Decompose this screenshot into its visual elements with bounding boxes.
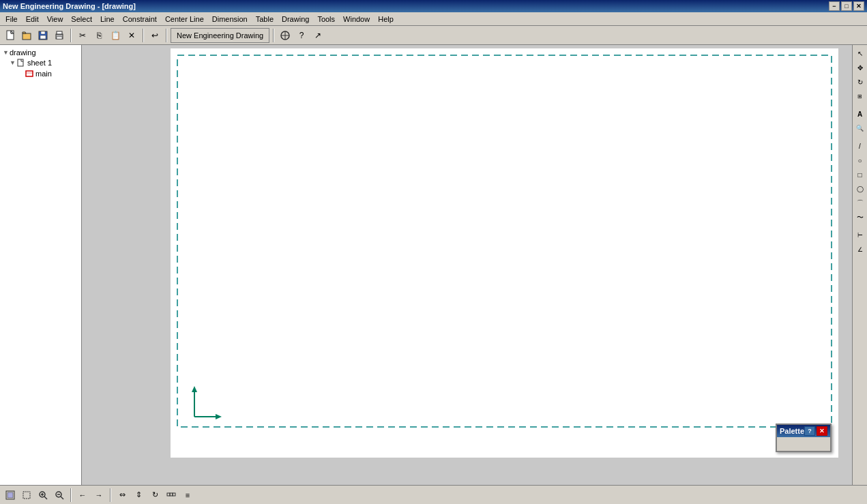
menu-line[interactable]: Line [96,14,119,25]
separator-3 [166,29,167,42]
dim-tool[interactable]: ⊢ [853,228,867,242]
coordinate-arrows [181,383,222,424]
svg-rect-5 [40,35,46,39]
menu-file[interactable]: File [1,14,22,25]
palette-header-controls: ? ✕ [804,426,827,436]
menu-tools[interactable]: Tools [313,14,339,25]
menu-dimension[interactable]: Dimension [208,14,252,25]
angle-tool[interactable]: ∠ [853,243,867,256]
new-drawing-button[interactable]: New Engineering Drawing [171,28,269,43]
spline-tool[interactable]: 〜 [853,211,867,224]
svg-rect-13 [26,71,33,76]
svg-rect-20 [8,492,13,498]
group-button[interactable] [164,488,179,503]
svg-rect-29 [167,493,170,496]
flip-v-button[interactable]: ⇕ [131,488,146,503]
svg-rect-12 [18,59,23,66]
svg-rect-7 [57,31,62,34]
select-arrow-tool[interactable]: ↖ [853,46,867,60]
save-button[interactable] [35,28,50,43]
title-bar-text: New Engineering Drawing - [drawing] [3,2,136,10]
palette-close-button[interactable]: ✕ [817,426,827,436]
svg-rect-31 [173,493,175,496]
forward-button[interactable]: → [91,488,106,503]
menu-view[interactable]: View [43,14,68,25]
paste-button[interactable]: 📋 [108,28,123,43]
title-bar-controls: − □ ✕ [829,1,864,11]
text-tool[interactable]: A [853,107,867,121]
svg-line-27 [61,496,63,499]
svg-marker-18 [216,414,222,419]
tree-sheet1[interactable]: ▼ sheet 1 [1,57,80,68]
bottom-separator-1 [70,488,72,502]
right-toolbar: ↖ ✥ ↻ ⊞ A 🔍 / ○ □ ◯ ⌒ 〜 ⊢ ∠ [852,45,867,485]
svg-marker-16 [192,386,197,392]
menu-window[interactable]: Window [339,14,374,25]
open-button[interactable] [19,28,34,43]
rotate90-button[interactable]: ↻ [147,488,162,503]
flip-h-button[interactable]: ⇔ [115,488,130,503]
rotate-tool[interactable]: ↻ [853,75,867,89]
menu-bar: File Edit View Select Line Constraint Ce… [0,12,867,26]
tree-view-main[interactable]: main [1,68,80,79]
frame-select-button[interactable] [19,488,34,503]
move-tool[interactable]: ✥ [853,61,867,74]
tree-view-label: main [35,70,52,78]
left-panel: ▼ drawing ▼ sheet 1 main [0,45,82,485]
minimize-button[interactable]: − [829,1,840,11]
maximize-button[interactable]: □ [841,1,852,11]
circle-tool[interactable]: ○ [853,153,867,167]
ellipse-tool[interactable]: ◯ [853,182,867,196]
back-button[interactable]: ← [75,488,90,503]
help2-button[interactable]: ↗ [310,28,325,43]
menu-drawing[interactable]: Drawing [278,14,313,25]
fit-button[interactable] [3,488,18,503]
scale-tool[interactable]: ⊞ [853,89,867,103]
delete-button[interactable]: ✕ [124,28,139,43]
line-tool[interactable]: / [853,139,867,153]
tree-root-label: drawing [10,48,36,57]
palette-body [777,437,830,451]
menu-table[interactable]: Table [252,14,278,25]
bottom-separator-2 [110,488,111,502]
new-button[interactable] [3,28,18,43]
bottom-toolbar: ← → ⇔ ⇕ ↻ ≡ [0,485,867,504]
zoom-in-button[interactable] [35,488,50,503]
copy-button[interactable]: ⎘ [91,28,106,43]
toolbar: ✂ ⎘ 📋 ✕ ↩ New Engineering Drawing ? ↗ [0,26,867,45]
expand-icon: ▼ [3,49,10,56]
menu-edit[interactable]: Edit [22,14,43,25]
separator-4 [273,29,274,42]
sketch-button[interactable] [278,28,293,43]
help-button[interactable]: ? [294,28,309,43]
cut-button[interactable]: ✂ [75,28,90,43]
svg-line-23 [44,496,47,499]
menu-select[interactable]: Select [67,14,96,25]
separator-1 [70,29,72,42]
undo-button[interactable]: ↩ [147,28,162,43]
palette-help-button[interactable]: ? [804,426,815,436]
print-button[interactable] [52,28,67,43]
canvas-area[interactable]: Palette ? ✕ [82,45,852,485]
view-icon [25,69,34,78]
tree-root-drawing[interactable]: ▼ drawing [1,48,80,57]
drawing-canvas[interactable] [171,48,838,458]
title-bar: New Engineering Drawing - [drawing] − □ … [0,0,867,12]
tree-sheet-label: sheet 1 [27,59,52,67]
palette-title: Palette [780,427,804,435]
svg-rect-30 [170,493,173,496]
zoom-out-button[interactable] [52,488,67,503]
view-expand-icon [18,70,25,77]
menu-center-line[interactable]: Center Line [161,14,208,25]
align-button[interactable]: ≡ [180,488,195,503]
arc-tool[interactable]: ⌒ [853,196,867,210]
menu-help[interactable]: Help [374,14,398,25]
menu-constraint[interactable]: Constraint [119,14,161,25]
dashed-border-svg [171,48,838,458]
svg-rect-21 [23,492,30,499]
zoom-tool[interactable]: 🔍 [853,121,867,135]
rect-tool[interactable]: □ [853,168,867,181]
close-button[interactable]: ✕ [853,1,864,11]
sheet-icon [16,58,26,68]
palette-header[interactable]: Palette ? ✕ [777,425,830,437]
